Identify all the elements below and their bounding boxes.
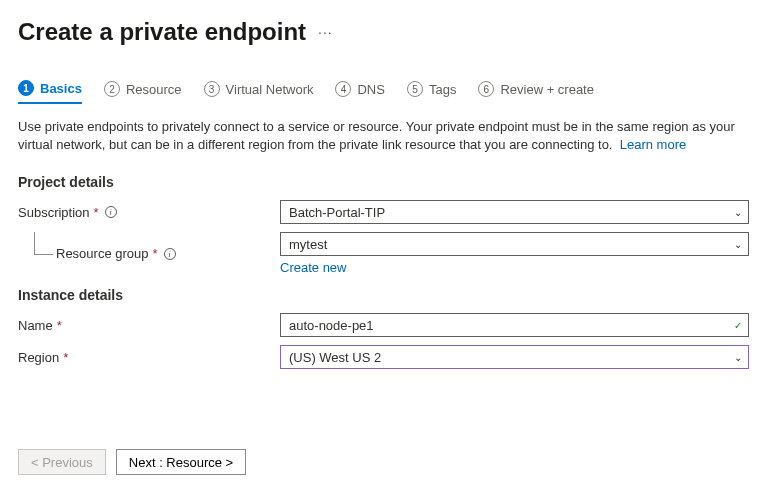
tab-label: Basics (40, 81, 82, 96)
step-number: 5 (407, 81, 423, 97)
resource-group-value: mytest (289, 237, 327, 252)
resource-group-select[interactable]: mytest ⌄ (280, 232, 749, 256)
wizard-tabs: 1 Basics 2 Resource 3 Virtual Network 4 … (18, 76, 749, 104)
previous-button: < Previous (18, 449, 106, 475)
name-input[interactable]: auto-node-pe1 ✓ (280, 313, 749, 337)
tab-basics[interactable]: 1 Basics (18, 76, 82, 104)
tab-tags[interactable]: 5 Tags (407, 76, 456, 104)
region-select[interactable]: (US) West US 2 ⌄ (280, 345, 749, 369)
tab-label: DNS (357, 82, 384, 97)
name-label: Name (18, 318, 53, 333)
create-new-link[interactable]: Create new (280, 260, 346, 275)
section-instance-details: Instance details (18, 287, 749, 303)
step-number: 1 (18, 80, 34, 96)
resource-group-label: Resource group (56, 246, 149, 261)
subscription-label: Subscription (18, 205, 90, 220)
intro-text: Use private endpoints to privately conne… (18, 118, 738, 154)
tab-label: Resource (126, 82, 182, 97)
info-icon[interactable]: i (105, 206, 117, 218)
check-icon: ✓ (734, 320, 742, 331)
tab-virtual-network[interactable]: 3 Virtual Network (204, 76, 314, 104)
tab-label: Tags (429, 82, 456, 97)
tab-resource[interactable]: 2 Resource (104, 76, 182, 104)
step-number: 3 (204, 81, 220, 97)
more-icon[interactable]: ··· (318, 24, 333, 40)
tab-label: Virtual Network (226, 82, 314, 97)
step-number: 6 (478, 81, 494, 97)
region-label: Region (18, 350, 59, 365)
subscription-value: Batch-Portal-TIP (289, 205, 385, 220)
name-value: auto-node-pe1 (289, 318, 374, 333)
step-number: 4 (335, 81, 351, 97)
tab-label: Review + create (500, 82, 594, 97)
step-number: 2 (104, 81, 120, 97)
learn-more-link[interactable]: Learn more (620, 137, 686, 152)
info-icon[interactable]: i (164, 248, 176, 260)
subscription-select[interactable]: Batch-Portal-TIP ⌄ (280, 200, 749, 224)
section-project-details: Project details (18, 174, 749, 190)
chevron-down-icon: ⌄ (734, 352, 742, 363)
next-button[interactable]: Next : Resource > (116, 449, 246, 475)
page-title: Create a private endpoint (18, 18, 306, 46)
region-value: (US) West US 2 (289, 350, 381, 365)
chevron-down-icon: ⌄ (734, 239, 742, 250)
tab-dns[interactable]: 4 DNS (335, 76, 384, 104)
required-marker: * (57, 318, 62, 333)
required-marker: * (153, 246, 158, 261)
required-marker: * (63, 350, 68, 365)
chevron-down-icon: ⌄ (734, 207, 742, 218)
tab-review-create[interactable]: 6 Review + create (478, 76, 594, 104)
required-marker: * (94, 205, 99, 220)
